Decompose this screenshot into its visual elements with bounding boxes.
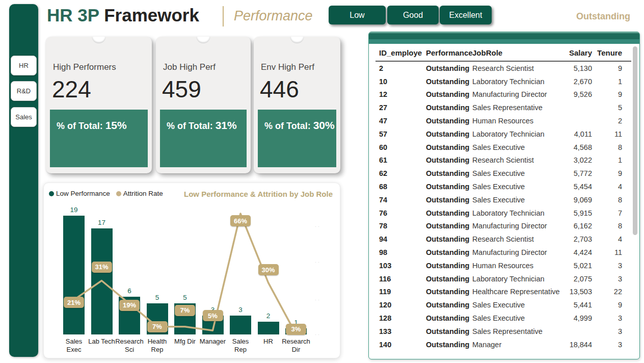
cell-tenure: 1	[592, 77, 622, 86]
line-data-label: 66%	[230, 215, 251, 226]
cell-id-employe: 57	[379, 130, 426, 138]
cell-jobrole: Manufacturing Director	[472, 248, 567, 256]
legend-item-attrition-rate[interactable]: Attrition Rate	[116, 190, 163, 197]
bar-sales-rep[interactable]	[230, 316, 251, 334]
cell-tenure: 4	[592, 183, 622, 191]
chart-legend: Low PerformanceAttrition Rate	[49, 190, 163, 197]
table-row[interactable]: 60OutstandingSales Executive4,5688	[369, 141, 639, 154]
line-data-label: 30%	[258, 264, 279, 275]
x-axis-label: Sales Exec	[59, 338, 89, 354]
table-row[interactable]: 2OutstandingResearch Scientist5,1309	[369, 62, 639, 75]
table-row[interactable]: 116OutstandingLaboratory Technician2,075…	[369, 272, 639, 286]
x-axis-label: Research Sci	[115, 338, 144, 354]
table-row[interactable]: 98OutstandingManufacturing Director4,424…	[369, 246, 639, 259]
cell-jobrole: Manufacturing Director	[472, 222, 567, 230]
cell-tenure: 1	[592, 156, 622, 164]
cell-id-employe: 116	[379, 275, 426, 283]
status-label-outstanding: Outstanding	[576, 11, 630, 22]
cell-salary: 6,162	[567, 222, 592, 230]
cell-salary: 5,441	[567, 301, 592, 309]
table-row[interactable]: 78OutstandingManufacturing Director6,162…	[369, 220, 639, 233]
table-row[interactable]: 12OutstandingManufacturing Director9,526…	[369, 88, 639, 101]
cell-performance: Outstanding	[426, 341, 472, 349]
table-row[interactable]: 120OutstandingSales Executive5,4419	[369, 298, 639, 312]
line-data-label: 31%	[92, 262, 112, 273]
kpi-percent-panel: % of Total: 15%	[50, 110, 148, 167]
line-data-label: 5%	[203, 310, 223, 321]
cell-salary: 5,130	[567, 64, 592, 72]
cell-performance: Outstanding	[426, 64, 472, 72]
bar-lab-tech[interactable]	[91, 228, 113, 334]
cell-salary: 5,021	[567, 262, 592, 270]
cell-jobrole: Sales Executive	[472, 143, 567, 151]
cell-performance: Outstanding	[426, 77, 472, 86]
sidebar-item-hr[interactable]: HR	[11, 56, 37, 75]
cell-jobrole: Sales Executive	[472, 196, 567, 204]
column-header-salary[interactable]: Salary	[567, 48, 592, 57]
kpi-label: High Performers	[53, 62, 116, 72]
x-axis-label: Lab Tech	[87, 338, 117, 346]
cell-salary: 4,424	[567, 248, 592, 256]
filter-button-low[interactable]: Low	[329, 6, 386, 24]
cell-tenure: 9	[592, 64, 622, 72]
cell-id-employe: 78	[379, 222, 426, 230]
cell-performance: Outstanding	[426, 130, 472, 138]
column-header-tenure[interactable]: Tenure	[592, 48, 622, 57]
cell-salary: 2,703	[567, 235, 592, 243]
cell-performance: Outstanding	[426, 235, 472, 243]
cell-tenure: 3	[592, 327, 622, 335]
cell-jobrole: Sales Representative	[472, 103, 567, 112]
cell-id-employe: 27	[379, 103, 426, 112]
table-row[interactable]: 119OutstandingHealthcare Representative1…	[369, 286, 639, 299]
cell-tenure: 2	[592, 117, 622, 125]
cell-salary: 5,772	[567, 169, 592, 177]
table-row[interactable]: 103OutstandingHuman Resources5,0213	[369, 259, 639, 272]
page-title-primary: HR 3P	[47, 5, 99, 25]
cell-id-employe: 94	[379, 235, 426, 243]
cell-id-employe: 120	[379, 301, 426, 309]
page-title: HR 3P Framework	[47, 5, 199, 25]
cell-salary: 2,670	[567, 77, 592, 86]
x-axis-label: Sales Rep	[226, 338, 255, 354]
cell-performance: Outstanding	[426, 90, 472, 98]
table-row[interactable]: 27OutstandingSales Representative5	[369, 101, 639, 114]
filter-button-excellent[interactable]: Excellent	[440, 6, 492, 24]
table-row[interactable]: 140OutstandingManager18,8443	[369, 338, 639, 351]
table-row[interactable]: 68OutstandingSales Executive5,4544	[369, 180, 639, 193]
column-header-performance[interactable]: Performance	[426, 48, 472, 57]
legend-label: Low Performance	[56, 190, 110, 197]
table-row[interactable]: 10OutstandingLaboratory Technician2,6701	[369, 75, 639, 88]
cell-jobrole: Sales Executive	[472, 314, 567, 322]
table-row[interactable]: 94OutstandingResearch Scientist2,7034	[369, 232, 639, 246]
table-row[interactable]: 57OutstandingLaboratory Technician4,0111…	[369, 127, 639, 141]
table-row[interactable]: 133OutstandingSales Representative3	[369, 325, 639, 338]
cell-id-employe: 60	[379, 143, 426, 151]
kpi-value: 446	[260, 75, 299, 103]
table-row[interactable]: 61OutstandingResearch Scientist3,0221	[369, 154, 639, 167]
kpi-value: 224	[52, 75, 91, 103]
table-row[interactable]: 74OutstandingSales Executive9,0698	[369, 193, 639, 206]
sidebar-item-rd[interactable]: R&D	[11, 81, 37, 101]
table-row[interactable]: 76OutstandingLaboratory Technician5,9157	[369, 206, 639, 220]
cell-tenure: 3	[592, 262, 622, 270]
kpi-percent-panel: % of Total: 30%	[258, 110, 336, 167]
bar-sales-exec[interactable]	[63, 216, 85, 334]
cell-performance: Outstanding	[426, 327, 472, 335]
column-header-id_employe[interactable]: ID_employe	[379, 48, 426, 57]
column-header-jobrole[interactable]: JobRole	[472, 48, 567, 57]
employee-table-card: ID_employePerformanceJobRoleSalaryTenure…	[368, 32, 640, 359]
table-row[interactable]: 128OutstandingSales Executive4,9993	[369, 312, 639, 325]
line-data-label: 21%	[64, 297, 84, 308]
bar-hr[interactable]	[258, 322, 279, 334]
legend-item-low-performance[interactable]: Low Performance	[49, 190, 110, 197]
cell-jobrole: Laboratory Technician	[472, 275, 567, 283]
table-row[interactable]: 47OutstandingHuman Resources2	[369, 114, 639, 127]
filter-button-good[interactable]: Good	[387, 6, 439, 24]
table-scrollbar-thumb[interactable]	[633, 46, 637, 235]
line-data-label: 7%	[175, 305, 195, 316]
table-row[interactable]: 62OutstandingSales Executive5,7729	[369, 167, 639, 180]
cell-jobrole: Sales Executive	[472, 183, 567, 191]
sidebar-item-sales[interactable]: Sales	[11, 107, 37, 127]
department-sidebar: HRR&DSales	[9, 4, 38, 357]
chart-card-low-performance-attrition: Low PerformanceAttrition Rate Low Perfor…	[43, 183, 340, 358]
